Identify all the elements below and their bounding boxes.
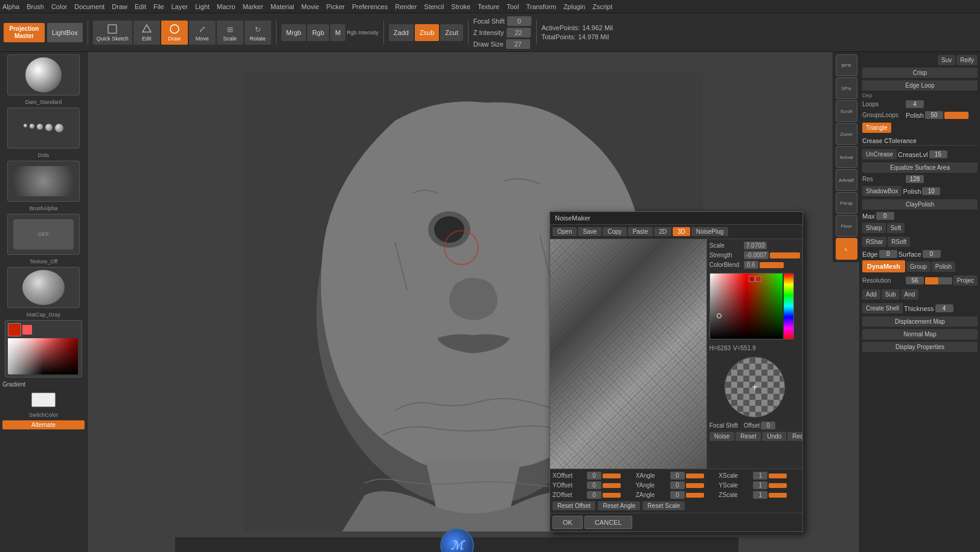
triangle-button[interactable]: Triangle	[862, 123, 891, 133]
checker-circle[interactable]: +	[725, 357, 785, 417]
add-button[interactable]: Add	[862, 289, 880, 300]
rsoft-button[interactable]: RSoft	[888, 237, 910, 247]
menu-brush[interactable]: Brush	[27, 3, 44, 10]
yscale-value[interactable]: 1	[753, 481, 767, 489]
projection-master-button[interactable]: Projection Master	[4, 23, 45, 42]
menu-file[interactable]: File	[153, 3, 164, 10]
focal-shift-value[interactable]: 0	[507, 16, 531, 26]
creaselvl-value[interactable]: 15	[929, 150, 947, 158]
ok-button[interactable]: OK	[552, 516, 583, 529]
edit-button[interactable]: Edit	[133, 21, 160, 45]
scale-value[interactable]: 7.0703	[744, 242, 767, 249]
switch-color-box[interactable]	[31, 393, 56, 407]
dynamesh-button[interactable]: DynaMesh	[862, 260, 905, 272]
draw-button[interactable]: Draw	[161, 21, 188, 45]
local-button[interactable]: L	[836, 238, 857, 260]
yoffset-slider[interactable]	[603, 483, 621, 488]
menu-stencil[interactable]: Stencil	[424, 3, 444, 10]
zoom-button[interactable]: Zoom	[836, 123, 857, 145]
bpr-button[interactable]: BPR	[836, 54, 857, 76]
scale-button[interactable]: ⊞ Scale	[217, 21, 243, 45]
quick-sketch-button[interactable]: Quick Sketch	[93, 21, 132, 45]
aahalf-button[interactable]: AAHalf	[836, 169, 857, 191]
hue-bar[interactable]	[784, 274, 793, 339]
brush-alpha-swatch[interactable]	[7, 161, 80, 202]
texture-swatch[interactable]: OFF	[7, 214, 80, 255]
yoffset-value[interactable]: 0	[587, 481, 601, 489]
reset-button[interactable]: Reset	[735, 432, 761, 441]
menu-zplugin[interactable]: Zplugin	[563, 3, 585, 10]
crisp-button[interactable]: Crisp	[862, 68, 978, 78]
xoffset-slider[interactable]	[603, 473, 621, 478]
claypolish-button[interactable]: ClayPolish	[862, 199, 978, 210]
undo-button[interactable]: Undo	[762, 432, 786, 441]
draw-size-value[interactable]: 27	[506, 39, 530, 49]
cancel-button[interactable]: CANCEL	[584, 516, 632, 529]
min-value[interactable]: 0	[876, 212, 894, 220]
zoffset-value[interactable]: 0	[587, 491, 601, 499]
zcut-button[interactable]: Zcut	[440, 24, 463, 41]
color-picker-mini[interactable]	[709, 273, 794, 339]
edge-value[interactable]: 0	[879, 250, 897, 258]
colorblend-value[interactable]: 0.6	[744, 261, 758, 269]
xangle-slider[interactable]	[686, 473, 704, 478]
zscale-slider[interactable]	[769, 493, 787, 498]
sharp-button[interactable]: Sharp	[862, 223, 886, 233]
rgb-button[interactable]: Rgb	[307, 24, 329, 41]
nm-2d-button[interactable]: 2D	[654, 227, 671, 236]
color-picker[interactable]	[5, 320, 82, 377]
rotate-button[interactable]: ↻ Rotate	[245, 21, 271, 45]
offset-value[interactable]: 0	[761, 422, 775, 429]
menu-render[interactable]: Render	[395, 3, 417, 10]
menu-movie[interactable]: Movie	[301, 3, 319, 10]
menu-draw[interactable]: Draw	[112, 3, 127, 10]
swatch-red[interactable]	[749, 276, 755, 282]
zoffset-slider[interactable]	[603, 493, 621, 498]
resolution-slider[interactable]	[925, 277, 952, 284]
edge-loop-button[interactable]: Edge Loop	[862, 80, 978, 91]
noise-button[interactable]: Noise	[709, 432, 735, 441]
alternate-button[interactable]: Alternate	[2, 420, 85, 429]
create-shell-button[interactable]: Create Shell	[862, 303, 903, 313]
nm-open-button[interactable]: Open	[552, 227, 577, 236]
stroke-type-swatch[interactable]	[7, 108, 80, 149]
nm-3d-button[interactable]: 3D	[673, 227, 690, 236]
yangle-slider[interactable]	[686, 483, 704, 488]
menu-transform[interactable]: Transform	[526, 3, 556, 10]
reset-offset-button[interactable]: Reset Offset	[552, 501, 595, 510]
yscale-slider[interactable]	[769, 483, 787, 488]
nm-save-button[interactable]: Save	[578, 227, 601, 236]
polish-slider[interactable]	[944, 112, 969, 119]
menu-layer[interactable]: Layer	[171, 3, 188, 10]
equalize-button[interactable]: Equalize Surface Area	[862, 162, 978, 173]
group-button[interactable]: Group	[906, 262, 930, 272]
spix-button[interactable]: SPix	[836, 77, 857, 99]
menu-color[interactable]: Color	[51, 3, 67, 10]
strength-slider[interactable]	[770, 252, 800, 258]
secondary-color-swatch[interactable]	[22, 325, 32, 335]
menu-marker[interactable]: Marker	[243, 3, 263, 10]
loops-value[interactable]: 4	[906, 100, 924, 108]
swatch-orange-red[interactable]	[755, 276, 761, 282]
resolution-value[interactable]: 56	[906, 277, 924, 284]
menu-document[interactable]: Document	[74, 3, 104, 10]
color-gradient[interactable]	[8, 338, 78, 374]
sub-button[interactable]: Sub	[882, 289, 900, 300]
actual-button[interactable]: Actual	[836, 146, 857, 168]
menu-material[interactable]: Material	[271, 3, 294, 10]
menu-preferences[interactable]: Preferences	[352, 3, 388, 10]
xangle-value[interactable]: 0	[670, 472, 685, 480]
yangle-value[interactable]: 0	[670, 481, 685, 489]
suv-button[interactable]: Suv	[938, 55, 955, 65]
menu-zscript[interactable]: Zscript	[592, 3, 612, 10]
normal-map-button[interactable]: Normal Map	[862, 329, 978, 339]
brush-swatch[interactable]	[7, 54, 80, 95]
res-value[interactable]: 128	[906, 175, 924, 183]
primary-color-swatch[interactable]	[8, 323, 21, 336]
shadowbox-button[interactable]: ShadowBox	[862, 186, 902, 196]
menu-alpha[interactable]: Alpha	[2, 3, 19, 10]
surface-value[interactable]: 0	[923, 250, 941, 258]
persp-button[interactable]: Persp	[836, 192, 857, 214]
zsub-button[interactable]: Zsub	[415, 24, 439, 41]
soft-button[interactable]: Soft	[887, 223, 905, 233]
